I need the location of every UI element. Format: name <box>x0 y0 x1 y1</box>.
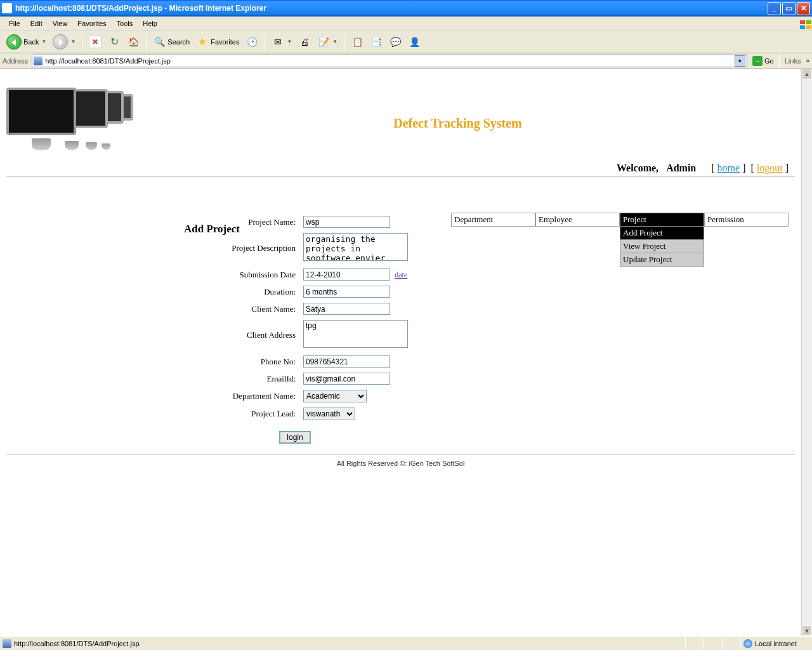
address-bar: Address ▾ → Go Links » <box>0 53 812 69</box>
clipboard-button[interactable]: 📋 <box>348 34 366 50</box>
search-button[interactable]: 🔍Search <box>150 34 192 50</box>
address-input[interactable] <box>45 57 735 65</box>
home-button[interactable]: 🏠 <box>124 34 142 50</box>
forward-icon <box>53 34 68 50</box>
window-title: http://localhost:8081/DTS/AddProject.jsp… <box>15 4 766 13</box>
svg-rect-2 <box>800 25 805 29</box>
links-label[interactable]: Links <box>782 57 804 65</box>
page-icon <box>34 56 43 65</box>
history-icon: 🕑 <box>246 36 258 48</box>
refresh-button[interactable]: ↻ <box>105 34 123 50</box>
chevron-right-icon[interactable]: » <box>806 57 809 64</box>
close-button[interactable]: ✕ <box>797 2 810 15</box>
search-icon: 🔍 <box>153 36 166 48</box>
toolbar: Back ▼ ▼ ↻ 🏠 🔍Search ★Favorites 🕑 ✉▼ 🖨 📝… <box>0 30 812 53</box>
star-icon: ★ <box>196 36 209 48</box>
menu-tools[interactable]: Tools <box>112 18 138 29</box>
print-icon: 🖨 <box>298 36 311 48</box>
go-arrow-icon: → <box>752 56 763 66</box>
back-icon <box>6 34 22 50</box>
edit-doc-icon: 📝 <box>317 36 330 48</box>
svg-rect-1 <box>806 20 811 24</box>
svg-rect-3 <box>806 25 811 29</box>
home-icon: 🏠 <box>127 36 140 48</box>
menu-help[interactable]: Help <box>138 18 162 29</box>
minimize-button[interactable]: _ <box>768 2 781 15</box>
discuss-button[interactable]: 💬 <box>386 34 404 50</box>
clipboard-icon: 📋 <box>351 36 363 48</box>
menu-edit[interactable]: Edit <box>25 18 48 29</box>
menu-bar: File Edit View Favorites Tools Help <box>0 17 812 30</box>
history-button[interactable]: 🕑 <box>243 34 261 50</box>
forward-button[interactable]: ▼ <box>50 33 78 51</box>
back-button[interactable]: Back ▼ <box>4 33 49 51</box>
mail-button[interactable]: ✉▼ <box>269 34 294 50</box>
chevron-down-icon: ▼ <box>41 39 46 44</box>
maximize-button[interactable]: ▭ <box>782 2 796 15</box>
menu-view[interactable]: View <box>48 18 73 29</box>
messenger-button[interactable]: 👤 <box>405 34 423 50</box>
mail-icon: ✉ <box>272 36 284 48</box>
menu-file[interactable]: File <box>4 18 25 29</box>
go-button[interactable]: → Go <box>750 55 776 67</box>
chevron-down-icon: ▼ <box>70 39 75 44</box>
stop-button[interactable] <box>86 34 104 50</box>
discuss-icon: 💬 <box>389 36 402 48</box>
refresh-icon: ↻ <box>108 36 121 48</box>
address-dropdown[interactable]: ▾ <box>735 55 745 67</box>
svg-rect-0 <box>800 20 805 24</box>
windows-flag-icon <box>793 18 809 29</box>
research-button[interactable]: 📑 <box>367 34 385 50</box>
address-input-wrap[interactable]: ▾ <box>32 55 747 67</box>
research-icon: 📑 <box>370 36 383 48</box>
ie-icon <box>2 3 12 13</box>
favorites-button[interactable]: ★Favorites <box>193 34 242 50</box>
edit-button[interactable]: 📝▼ <box>315 34 340 50</box>
print-button[interactable]: 🖨 <box>296 34 313 50</box>
address-label: Address <box>3 57 29 65</box>
messenger-icon: 👤 <box>408 36 421 48</box>
stop-icon <box>89 36 102 48</box>
menu-favorites[interactable]: Favorites <box>72 18 111 29</box>
title-bar: http://localhost:8081/DTS/AddProject.jsp… <box>0 0 812 17</box>
